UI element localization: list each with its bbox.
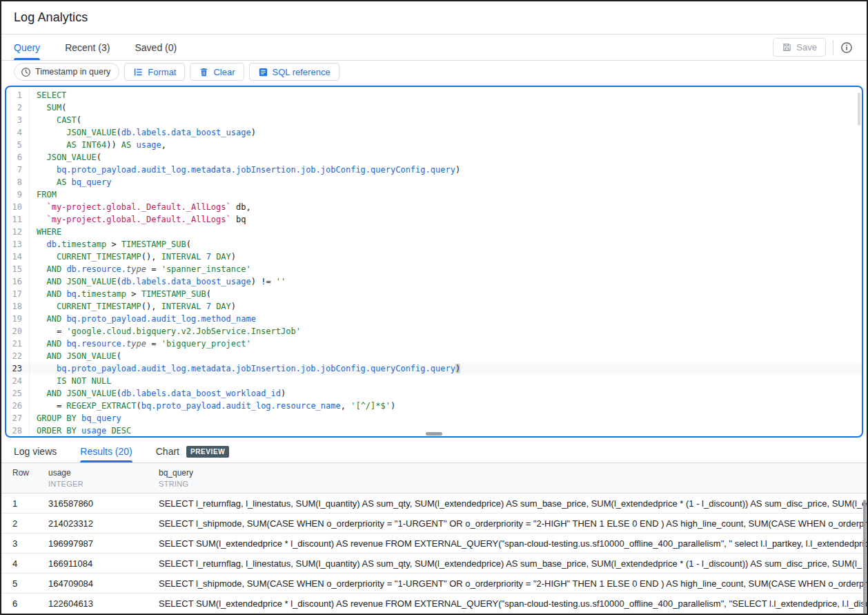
line-number: 26	[6, 400, 30, 412]
sql-reference-icon	[258, 67, 268, 77]
clear-button[interactable]: Clear	[190, 63, 244, 81]
sql-reference-label: SQL reference	[273, 67, 331, 77]
cell-bq_query: SELECT l_returnflag, l_linestatus, SUM(l…	[159, 558, 867, 569]
tab-query[interactable]: Query	[14, 35, 40, 60]
code-line: 1SELECT	[6, 89, 862, 101]
code-line: 10 `my-project.global._Default._AllLogs`…	[6, 201, 862, 213]
table-row[interactable]: 1316587860SELECT l_returnflag, l_linesta…	[1, 494, 867, 514]
code-line: 24 IS NOT NULL	[6, 375, 862, 387]
code-line: 23 bq.proto_payload.audit_log.metadata.j…	[6, 362, 862, 375]
cell-bq_query: SELECT SUM(l_extendedprice * l_discount)…	[159, 598, 867, 609]
tab-chart[interactable]: Chart	[156, 440, 179, 462]
code-line: 16 AND JSON_VALUE(db.labels.data_boost_u…	[6, 275, 862, 288]
sql-editor[interactable]: 1SELECT2 SUM(3 CAST(4 JSON_VALUE(db.labe…	[5, 86, 863, 438]
results-tabbar: Log views Results (20) Chart PREVIEW	[1, 440, 867, 463]
line-number: 6	[6, 151, 30, 164]
cell-row: 6	[12, 598, 48, 609]
tab-saved[interactable]: Saved (0)	[135, 35, 177, 60]
line-number: 1	[6, 89, 30, 101]
preview-badge: PREVIEW	[186, 446, 229, 458]
code-lines: 1SELECT2 SUM(3 CAST(4 JSON_VALUE(db.labe…	[6, 89, 862, 437]
timestamp-chip-label: Timestamp in query	[35, 67, 110, 77]
log-analytics-app: Log Analytics Query Recent (3) Saved (0)…	[0, 0, 868, 615]
line-number: 12	[6, 226, 30, 238]
code-line: 21 AND bq.resource.type = 'bigquery_proj…	[6, 338, 862, 350]
line-number: 22	[6, 350, 30, 362]
code-line: 4 JSON_VALUE(db.labels.data_boost_usage)	[6, 126, 862, 139]
cell-usage: 196997987	[48, 538, 159, 549]
line-number: 3	[6, 114, 30, 126]
clear-label: Clear	[213, 67, 235, 77]
line-number: 16	[6, 275, 30, 288]
table-row[interactable]: 2214023312SELECT l_shipmode, SUM(CASE WH…	[1, 514, 867, 534]
table-row[interactable]: 6122604613SELECT SUM(l_extendedprice * l…	[1, 594, 867, 614]
editor-resize-handle[interactable]	[426, 432, 442, 436]
code-line: 8 AS bq_query	[6, 176, 862, 188]
table-row[interactable]: 3196997987SELECT SUM(l_extendedprice * l…	[1, 534, 867, 554]
code-line: 7 bq.proto_payload.audit_log.metadata.jo…	[6, 164, 862, 176]
line-number: 20	[6, 325, 30, 338]
code-line: 25 AND JSON_VALUE(db.labels.data_boost_w…	[6, 387, 862, 400]
format-label: Format	[148, 67, 176, 77]
code-line: 18 CURRENT_TIMESTAMP(), INTERVAL 7 DAY)	[6, 300, 862, 313]
line-number: 14	[6, 251, 30, 263]
table-row[interactable]: 5164709084SELECT l_shipmode, SUM(CASE WH…	[1, 574, 867, 594]
line-number: 13	[6, 238, 30, 251]
code-line: 26 = REGEXP_EXTRACT(bq.proto_payload.aud…	[6, 400, 862, 412]
column-header-row: Row	[12, 468, 48, 493]
cell-bq_query: SELECT l_returnflag, l_linestatus, SUM(l…	[159, 498, 867, 509]
line-number: 2	[6, 101, 30, 114]
save-button[interactable]: Save	[773, 38, 826, 57]
cell-bq_query: SELECT l_shipmode, SUM(CASE WHEN o_order…	[159, 518, 867, 529]
table-row[interactable]: 4166911084SELECT l_returnflag, l_linesta…	[1, 554, 867, 574]
cell-row: 4	[12, 558, 48, 569]
results-table-header: Row usage INTEGER bq_query STRING	[1, 463, 867, 494]
clock-icon	[21, 67, 31, 77]
line-number: 8	[6, 176, 30, 188]
results-scrollbar[interactable]	[863, 500, 866, 614]
line-number: 5	[6, 139, 30, 151]
line-number: 24	[6, 375, 30, 387]
timestamp-chip[interactable]: Timestamp in query	[14, 63, 119, 81]
format-icon	[133, 67, 144, 77]
line-number: 23	[6, 362, 30, 375]
cell-usage: 122604613	[48, 598, 159, 609]
line-number: 15	[6, 263, 30, 275]
tab-results[interactable]: Results (20)	[80, 440, 132, 462]
editor-vertical-scrollbar[interactable]	[858, 92, 860, 126]
save-label: Save	[796, 42, 817, 52]
sql-reference-button[interactable]: SQL reference	[249, 63, 339, 81]
code-line: 6 JSON_VALUE(	[6, 151, 862, 164]
code-line: 14 CURRENT_TIMESTAMP(), INTERVAL 7 DAY)	[6, 251, 862, 263]
cell-bq_query: SELECT l_shipmode, SUM(CASE WHEN o_order…	[159, 578, 867, 589]
line-number: 27	[6, 412, 30, 424]
line-number: 28	[6, 424, 30, 437]
line-number: 18	[6, 300, 30, 313]
line-number: 4	[6, 126, 30, 139]
code-line: 11 `my-project.global._Default._AllLogs`…	[6, 213, 862, 226]
code-line: 5 AS INT64)) AS usage,	[6, 139, 862, 151]
code-line: 13 db.timestamp > TIMESTAMP_SUB(	[6, 238, 862, 251]
format-button[interactable]: Format	[124, 63, 185, 81]
trash-icon	[199, 67, 209, 77]
code-line: 15 AND db.resource.type = 'spanner_insta…	[6, 263, 862, 275]
cell-usage: 166911084	[48, 558, 159, 569]
tab-log-views[interactable]: Log views	[14, 440, 57, 462]
line-number: 25	[6, 387, 30, 400]
column-header-bq-query: bq_query STRING	[159, 468, 867, 493]
info-icon[interactable]	[840, 41, 854, 54]
code-line: 2 SUM(	[6, 101, 862, 114]
code-line: 17 AND bq.timestamp > TIMESTAMP_SUB(	[6, 288, 862, 300]
cell-row: 3	[12, 538, 48, 549]
cell-row: 5	[12, 578, 48, 589]
code-line: 22 AND JSON_VALUE(	[6, 350, 862, 362]
cell-row: 2	[12, 518, 48, 529]
cell-usage: 164709084	[48, 578, 159, 589]
code-line: 12WHERE	[6, 226, 862, 238]
code-line: 19 AND bq.proto_payload.audit_log.method…	[6, 313, 862, 325]
top-tabbar: Query Recent (3) Saved (0) Save	[1, 35, 867, 61]
tab-recent[interactable]: Recent (3)	[65, 35, 110, 60]
query-toolbar: Timestamp in query Format Clear	[1, 61, 867, 83]
code-line: 20 = 'google.cloud.bigquery.v2.JobServic…	[6, 325, 862, 338]
line-number: 21	[6, 338, 30, 350]
